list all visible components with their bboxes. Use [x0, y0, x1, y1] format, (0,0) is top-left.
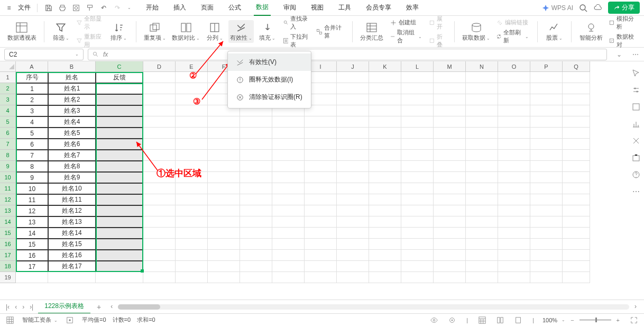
view-pagebreak-icon[interactable] — [512, 316, 524, 324]
row-header-7[interactable]: 7 — [0, 139, 16, 150]
cell-J4[interactable] — [337, 105, 369, 116]
cell-L12[interactable] — [401, 194, 434, 205]
cell-H15[interactable] — [272, 228, 305, 239]
collapse-button[interactable]: 折叠 — [427, 32, 448, 50]
cell-A9[interactable]: 8 — [16, 161, 48, 172]
data-compare-button[interactable]: 数据对比⌄ — [171, 20, 201, 43]
add-sheet-button[interactable]: + — [94, 303, 104, 311]
find-input-button[interactable]: 查找录入 — [281, 14, 312, 32]
cell-K7[interactable] — [369, 139, 401, 150]
undo-icon[interactable]: ↶ — [99, 3, 108, 13]
cell-B12[interactable]: 姓名11 — [48, 194, 96, 205]
cell-B17[interactable]: 姓名16 — [48, 250, 96, 261]
cell-Q19[interactable] — [563, 272, 590, 283]
consolidate-button[interactable]: 合并计算 — [315, 23, 346, 41]
cell-M12[interactable] — [434, 194, 466, 205]
cell-L2[interactable] — [401, 83, 434, 94]
cell-D5[interactable] — [143, 116, 176, 128]
cell-I9[interactable] — [305, 161, 337, 172]
cell-J6[interactable] — [337, 128, 369, 139]
col-header-Q[interactable]: Q — [563, 61, 590, 72]
cell-B1[interactable]: 姓名 — [48, 72, 96, 83]
row-header-2[interactable]: 2 — [0, 83, 16, 94]
cell-E19[interactable] — [176, 272, 208, 283]
cell-P5[interactable] — [530, 116, 563, 128]
cell-F18[interactable] — [208, 261, 240, 272]
print-preview-icon[interactable] — [71, 3, 81, 13]
cell-N8[interactable] — [466, 150, 498, 161]
cell-L3[interactable] — [401, 94, 434, 105]
cell-K12[interactable] — [369, 194, 401, 205]
cell-L8[interactable] — [401, 150, 434, 161]
sheet-nav[interactable]: |‹ ‹ › ›| — [4, 303, 35, 311]
cell-C8[interactable] — [96, 150, 143, 161]
cell-L18[interactable] — [401, 261, 434, 272]
cell-J17[interactable] — [337, 250, 369, 261]
cell-D3[interactable] — [143, 94, 176, 105]
col-header-J[interactable]: J — [337, 61, 369, 72]
cell-K9[interactable] — [369, 161, 401, 172]
pivot-table-button[interactable]: 数据透视表 — [6, 20, 38, 43]
cell-I10[interactable] — [305, 172, 337, 183]
cell-E16[interactable] — [176, 239, 208, 250]
cell-B14[interactable]: 姓名13 — [48, 216, 96, 228]
cell-J18[interactable] — [337, 261, 369, 272]
cell-H10[interactable] — [272, 172, 305, 183]
cell-L11[interactable] — [401, 183, 434, 194]
cell-I18[interactable] — [305, 261, 337, 272]
circle-invalid-menu-item[interactable]: 圈释无效数据(I) — [228, 71, 311, 88]
save-icon[interactable] — [44, 3, 53, 13]
redo-icon[interactable]: ↷ — [113, 3, 122, 13]
what-if-button[interactable]: 模拟分析 — [607, 14, 638, 32]
cell-A5[interactable]: 4 — [16, 116, 48, 128]
cell-O18[interactable] — [498, 261, 530, 272]
cell-I5[interactable] — [305, 116, 337, 128]
cell-A12[interactable]: 11 — [16, 194, 48, 205]
cell-D18[interactable] — [143, 261, 176, 272]
tools-icon[interactable] — [631, 135, 641, 146]
cell-J10[interactable] — [337, 172, 369, 183]
cell-M8[interactable] — [434, 150, 466, 161]
cell-H5[interactable] — [272, 116, 305, 128]
row-header-17[interactable]: 17 — [0, 250, 16, 261]
cell-Q7[interactable] — [563, 139, 590, 150]
ungroup-button[interactable]: 取消组合⌄ — [388, 28, 425, 46]
cell-M9[interactable] — [434, 161, 466, 172]
cell-J1[interactable] — [337, 72, 369, 83]
cell-N17[interactable] — [466, 250, 498, 261]
cell-P7[interactable] — [530, 139, 563, 150]
cell-D11[interactable] — [143, 183, 176, 194]
cell-P2[interactable] — [530, 83, 563, 94]
cell-Q17[interactable] — [563, 250, 590, 261]
row-header-1[interactable]: 1 — [0, 72, 16, 83]
cell-E12[interactable] — [176, 194, 208, 205]
help-icon[interactable] — [631, 169, 641, 180]
cell-P6[interactable] — [530, 128, 563, 139]
focus-icon[interactable] — [446, 316, 458, 324]
cell-G13[interactable] — [240, 205, 272, 216]
cell-D9[interactable] — [143, 161, 176, 172]
cell-L9[interactable] — [401, 161, 434, 172]
smart-analysis-button[interactable]: 智能分析 — [578, 20, 604, 43]
menu-tab-9[interactable]: 效率 — [404, 0, 421, 15]
cell-D15[interactable] — [143, 228, 176, 239]
cell-Q6[interactable] — [563, 128, 590, 139]
cell-H13[interactable] — [272, 205, 305, 216]
cell-H9[interactable] — [272, 161, 305, 172]
cell-G9[interactable] — [240, 161, 272, 172]
settings-icon[interactable] — [631, 85, 641, 95]
view-normal-icon[interactable] — [476, 316, 488, 324]
cell-C2[interactable] — [96, 83, 143, 94]
cell-I6[interactable] — [305, 128, 337, 139]
cell-A19[interactable] — [16, 272, 48, 283]
zoom-in-icon[interactable]: + — [614, 317, 622, 323]
cell-K19[interactable] — [369, 272, 401, 283]
cell-E1[interactable] — [176, 72, 208, 83]
cell-P15[interactable] — [530, 228, 563, 239]
share-button[interactable]: 分享 — [608, 2, 640, 14]
cell-Q8[interactable] — [563, 150, 590, 161]
more-options-icon[interactable]: ⋯ — [631, 186, 641, 197]
cell-P17[interactable] — [530, 250, 563, 261]
cell-E6[interactable] — [176, 128, 208, 139]
cell-P4[interactable] — [530, 105, 563, 116]
